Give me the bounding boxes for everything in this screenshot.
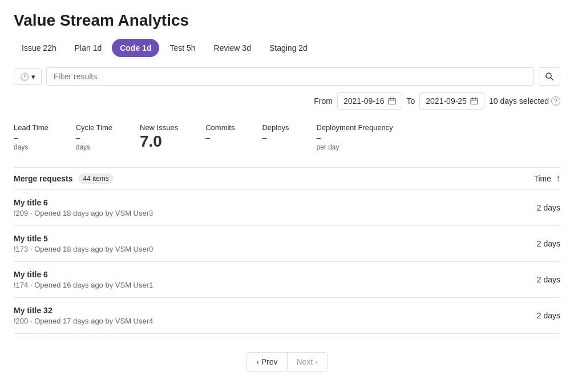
stage-tab-review[interactable]: Review 3d (206, 39, 259, 57)
metric-deploys: Deploys – (262, 123, 289, 151)
from-date-input[interactable]: 2021-09-16 (337, 92, 402, 110)
table-header-left: Merge requests 44 items (14, 173, 114, 184)
metric-deployment-frequency: Deployment Frequency – per day (316, 123, 393, 151)
mr-meta: !200 · Opened 17 days ago by VSM User4 (14, 317, 153, 325)
mr-title[interactable]: My title 32 (14, 306, 153, 315)
dropdown-chevron: ▾ (31, 72, 35, 81)
to-label: To (407, 96, 415, 106)
stage-tab-plan[interactable]: Plan 1d (67, 39, 110, 57)
search-button[interactable] (539, 67, 560, 86)
date-row: From 2021-09-16 To 2021-09-25 10 days se… (14, 92, 560, 110)
to-date-input[interactable]: 2021-09-25 (419, 92, 484, 110)
mr-title[interactable]: My title 6 (14, 198, 153, 207)
stage-tab-test[interactable]: Test 5h (161, 39, 203, 57)
table-header: Merge requests 44 items Time ↑ (14, 167, 560, 190)
mr-info: My title 6 !209 · Opened 18 days ago by … (14, 198, 153, 217)
to-date-value: 2021-09-25 (426, 96, 467, 106)
calendar-icon-to (470, 97, 478, 105)
metric-commits: Commits – (205, 123, 235, 151)
mr-title[interactable]: My title 6 (14, 270, 153, 279)
count-badge: 44 items (78, 173, 113, 184)
stage-tabs: Issue 22h Plan 1d Code 1d Test 5h Review… (14, 39, 560, 57)
mr-time: 2 days (515, 239, 560, 248)
merge-request-list: My title 6 !209 · Opened 18 days ago by … (14, 190, 560, 334)
table-row: My title 6 !209 · Opened 18 days ago by … (14, 190, 560, 226)
metric-cycle-time: Cycle Time – days (76, 123, 112, 151)
stage-tab-code[interactable]: Code 1d (112, 39, 159, 57)
time-column-label: Time (533, 174, 551, 183)
metric-new-issues: New Issues 7.0 (140, 123, 178, 151)
from-date-value: 2021-09-16 (343, 96, 385, 106)
mr-meta: !174 · Opened 16 days ago by VSM User1 (14, 281, 153, 289)
mr-info: My title 6 !174 · Opened 16 days ago by … (14, 270, 153, 289)
svg-rect-2 (471, 99, 478, 104)
table-row: My title 32 !200 · Opened 17 days ago by… (14, 298, 560, 334)
merge-requests-label: Merge requests (14, 174, 72, 183)
table-header-right: Time ↑ (533, 173, 560, 184)
days-selected: 10 days selected ? (489, 96, 560, 106)
sort-icon[interactable]: ↑ (556, 173, 560, 184)
filter-dropdown[interactable]: 🕐 ▾ (14, 68, 42, 85)
table-row: My title 6 !174 · Opened 16 days ago by … (14, 262, 560, 298)
filter-input[interactable] (46, 67, 534, 86)
stage-tab-issue[interactable]: Issue 22h (14, 39, 64, 57)
search-icon (545, 72, 554, 81)
page-title: Value Stream Analytics (14, 11, 560, 30)
filter-row: 🕐 ▾ (14, 67, 560, 86)
mr-meta: !173 · Opened 18 days ago by VSM User0 (14, 245, 153, 253)
prev-button[interactable]: ‹ Prev (246, 352, 286, 371)
from-label: From (314, 96, 333, 106)
history-icon: 🕐 (20, 72, 29, 81)
mr-time: 2 days (515, 311, 560, 320)
mr-time: 2 days (515, 275, 560, 284)
pagination: ‹ Prev Next › (14, 352, 560, 371)
metric-lead-time: Lead Time – days (14, 123, 48, 151)
mr-info: My title 5 !173 · Opened 18 days ago by … (14, 234, 153, 253)
stage-tab-staging[interactable]: Staging 2d (261, 39, 316, 57)
next-button[interactable]: Next › (287, 352, 328, 371)
table-row: My title 5 !173 · Opened 18 days ago by … (14, 226, 560, 262)
metrics-row: Lead Time – days Cycle Time – days New I… (14, 121, 560, 151)
info-icon[interactable]: ? (551, 96, 560, 106)
svg-rect-1 (389, 99, 395, 104)
calendar-icon-from (388, 97, 396, 105)
mr-meta: !209 · Opened 18 days ago by VSM User3 (14, 209, 153, 217)
mr-info: My title 32 !200 · Opened 17 days ago by… (14, 306, 153, 325)
mr-title[interactable]: My title 5 (14, 234, 153, 243)
mr-time: 2 days (515, 203, 560, 212)
